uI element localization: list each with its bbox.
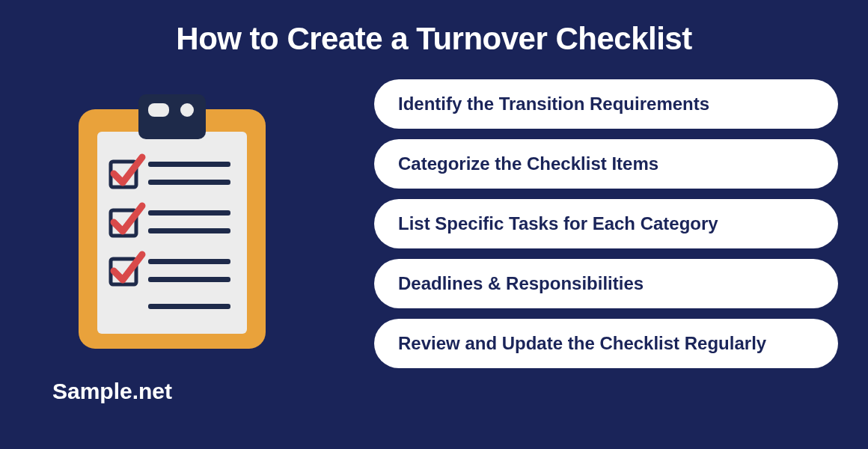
step-item: List Specific Tasks for Each Category (374, 199, 838, 248)
steps-list: Identify the Transition Requirements Cat… (374, 79, 838, 404)
step-item: Review and Update the Checklist Regularl… (374, 319, 838, 368)
svg-point-4 (180, 103, 194, 117)
svg-rect-7 (148, 180, 230, 185)
step-item: Identify the Transition Requirements (374, 79, 838, 129)
brand-label: Sample.net (52, 379, 172, 404)
svg-rect-9 (148, 210, 230, 216)
svg-rect-13 (148, 277, 230, 282)
clipboard-icon (45, 87, 299, 356)
svg-rect-3 (148, 103, 169, 117)
page-title: How to Create a Turnover Checklist (0, 0, 868, 57)
step-item: Categorize the Checklist Items (374, 139, 838, 189)
svg-rect-2 (138, 94, 206, 139)
svg-rect-6 (148, 162, 230, 167)
step-item: Deadlines & Responsibilities (374, 259, 838, 308)
svg-rect-12 (148, 259, 230, 264)
svg-rect-10 (148, 228, 230, 233)
content-row: Sample.net Identify the Transition Requi… (0, 57, 868, 404)
svg-rect-14 (148, 304, 230, 309)
left-column: Sample.net (45, 79, 344, 404)
